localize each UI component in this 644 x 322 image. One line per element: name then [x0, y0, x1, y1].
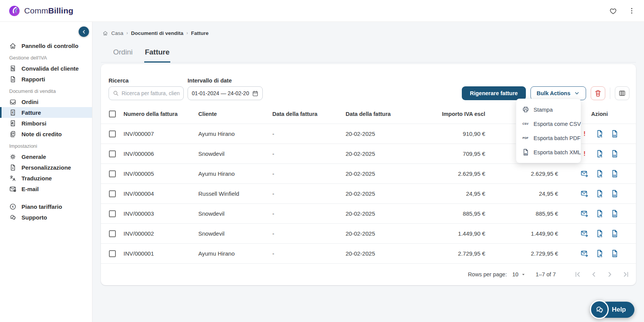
last-page-button[interactable] — [621, 270, 631, 279]
cell-invoice: INV/000003 — [124, 210, 198, 217]
row-checkbox[interactable] — [109, 170, 116, 177]
topbar: CommBilling — [0, 0, 644, 22]
sidebar-collapse-button[interactable] — [79, 26, 89, 37]
invoices-card: Ricerca Intervallo di date 01-01-2024 — … — [101, 64, 636, 285]
sidebar-item-email[interactable]: E-mail — [0, 183, 92, 194]
export-pdf-button[interactable] — [595, 249, 604, 258]
sidebar-item-label: Fatture — [21, 109, 41, 116]
sidebar-item-refunds[interactable]: Rimborsi — [0, 118, 92, 129]
sidebar-item-dashboard[interactable]: Pannello di controllo — [0, 40, 92, 51]
kebab-icon — [628, 7, 636, 15]
search-text-input[interactable] — [122, 90, 180, 96]
previous-page-icon — [590, 271, 598, 278]
first-page-button[interactable] — [573, 270, 582, 279]
export-pdf-button[interactable] — [595, 210, 604, 218]
cell-amount-incl: 885,95 € — [485, 210, 558, 217]
send-email-button[interactable] — [580, 249, 589, 258]
sidebar-item-reports[interactable]: Rapporti — [0, 74, 92, 84]
sidebar-item-orders[interactable]: Ordini — [0, 96, 92, 107]
breadcrumb-item-sales-docs[interactable]: Documenti di vendita — [131, 30, 184, 36]
sidebar-item-customization[interactable]: Personalizzazione — [0, 162, 92, 173]
row-checkbox[interactable] — [109, 230, 116, 237]
row-checkbox[interactable] — [109, 130, 116, 137]
tab-invoices[interactable]: Fatture — [144, 48, 170, 63]
calendar-icon — [252, 90, 259, 97]
cell-date-b: 20-02-2025 — [346, 170, 419, 177]
export-xml-button[interactable] — [610, 190, 619, 198]
row-checkbox[interactable] — [109, 250, 116, 257]
cell-date-a: - — [272, 190, 346, 197]
cell-invoice: INV/000002 — [124, 230, 198, 237]
breadcrumb-item-home[interactable]: Casa — [111, 30, 124, 36]
sidebar-item-invoices[interactable]: Fatture — [0, 107, 92, 118]
cell-client: Ayumu Hirano — [198, 130, 272, 137]
menu-item-export-csv[interactable]: CSV Esporta come CSV — [516, 117, 581, 131]
export-xml-button[interactable] — [610, 249, 619, 258]
export-xml-button[interactable] — [610, 170, 619, 178]
row-checkbox[interactable] — [109, 210, 116, 217]
sidebar-item-support[interactable]: Supporto — [0, 212, 92, 223]
cell-amount-excl: 2.729,95 € — [419, 250, 485, 257]
row-checkbox[interactable] — [109, 190, 116, 197]
send-email-button[interactable] — [580, 210, 589, 218]
export-xml-button[interactable] — [610, 230, 619, 238]
file-export-icon — [596, 249, 604, 258]
menu-item-label: Esporta batch PDF — [534, 135, 581, 141]
receipt-euro-icon — [9, 109, 16, 116]
menu-item-print[interactable]: Stampa — [516, 102, 581, 117]
sidebar-item-pricing-plan[interactable]: Piano tariffario — [0, 201, 92, 212]
bulk-actions-button[interactable]: Bulk Actions — [530, 86, 586, 100]
menu-item-export-pdf[interactable]: PDF Esporta batch PDF — [516, 131, 581, 145]
delete-button[interactable] — [591, 86, 605, 100]
xml-file-icon — [521, 149, 530, 156]
select-all-checkbox[interactable] — [109, 111, 116, 117]
col-header-date-a: Data della fattura — [272, 111, 346, 117]
sidebar-item-credit-notes[interactable]: Note di credito — [0, 129, 92, 139]
overflow-menu-button[interactable] — [627, 6, 636, 15]
mail-send-icon — [581, 210, 589, 218]
send-email-error-button[interactable]: ! — [580, 130, 589, 138]
columns-button[interactable] — [615, 86, 629, 100]
breadcrumb-home-icon[interactable] — [102, 30, 108, 36]
euro-circle-icon — [9, 203, 16, 210]
previous-page-button[interactable] — [589, 270, 598, 279]
export-xml-button[interactable] — [610, 130, 619, 138]
help-button[interactable]: Help — [590, 300, 634, 319]
regenerate-invoices-button[interactable]: Rigenerare fatture — [462, 86, 526, 100]
export-pdf-button[interactable] — [595, 170, 604, 178]
favorites-button[interactable] — [608, 6, 618, 16]
cell-date-a: - — [272, 250, 346, 257]
document-icon — [9, 76, 16, 83]
sidebar-item-customer-validation[interactable]: Convalida del cliente — [0, 63, 92, 74]
heart-icon — [609, 7, 617, 15]
export-pdf-button[interactable] — [595, 150, 604, 158]
sidebar-item-general[interactable]: Generale — [0, 151, 92, 162]
date-range-input[interactable]: 01-01-2024 — 24-02-2025 — [188, 86, 263, 100]
rows-per-page-select[interactable]: 10 — [512, 271, 525, 277]
sidebar-item-label: Ordini — [21, 99, 38, 105]
export-xml-button[interactable] — [610, 210, 619, 218]
send-email-error-button[interactable]: ! — [580, 150, 589, 158]
date-range-label: Intervallo di date — [188, 78, 263, 84]
cell-date-b: 20-02-2025 — [346, 190, 419, 197]
sidebar-item-label: Convalida del cliente — [21, 65, 79, 72]
tab-orders[interactable]: Ordini — [112, 48, 133, 63]
search-input[interactable] — [109, 86, 184, 100]
row-checkbox[interactable] — [109, 150, 116, 157]
send-email-button[interactable] — [580, 230, 589, 238]
col-header-date-b: Data della fattura — [346, 111, 419, 117]
next-page-button[interactable] — [605, 270, 614, 279]
export-xml-button[interactable] — [610, 150, 619, 158]
send-email-button[interactable] — [580, 170, 589, 178]
menu-item-export-xml[interactable]: Esporta batch XML — [516, 145, 581, 159]
export-pdf-button[interactable] — [595, 130, 604, 138]
menu-item-label: Esporta batch XML — [534, 149, 581, 155]
sidebar-item-translation[interactable]: Traduzione — [0, 173, 92, 183]
export-pdf-button[interactable] — [595, 230, 604, 238]
credit-note-icon — [9, 130, 16, 138]
send-email-button[interactable] — [580, 190, 589, 198]
table-row: INV/000001 Ayumu Hirano - 20-02-2025 2.7… — [101, 244, 636, 264]
export-pdf-button[interactable] — [595, 190, 604, 198]
cell-amount-incl: 24,95 € — [485, 190, 558, 197]
cell-date-b: 20-02-2025 — [346, 150, 419, 157]
